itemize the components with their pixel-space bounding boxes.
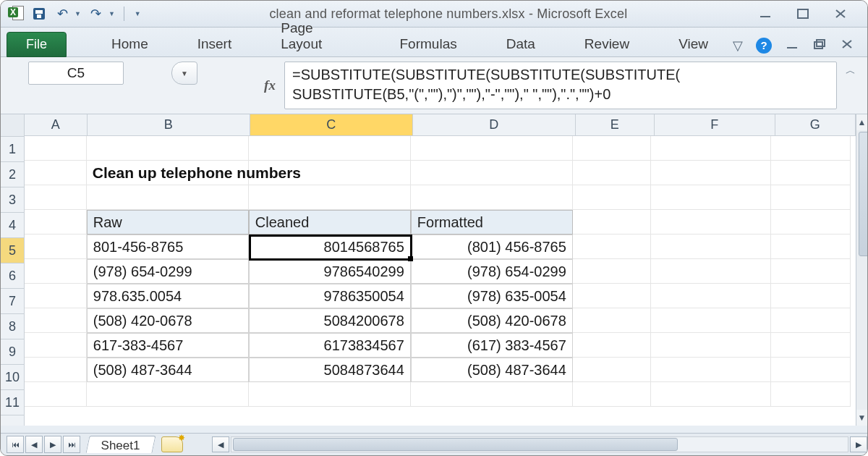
scroll-up-button[interactable]: ▲ [856, 114, 867, 130]
col-header[interactable]: E [576, 114, 655, 136]
workbook-close-button[interactable] [840, 38, 854, 54]
cell-formatted[interactable]: (617) 383-4567 [411, 333, 573, 358]
hscroll-thumb[interactable] [233, 438, 678, 451]
cell-cleaned[interactable]: 9786350054 [249, 284, 411, 308]
row-header[interactable]: 3 [1, 187, 24, 213]
scroll-down-button[interactable]: ▼ [856, 410, 867, 426]
sheet-nav-last[interactable]: ⏭ [63, 436, 80, 453]
sheet-nav-prev[interactable]: ◀ [25, 436, 43, 453]
help-button[interactable]: ? [756, 38, 772, 54]
redo-icon: ↷ [90, 7, 101, 20]
qat-separator [124, 7, 124, 21]
ribbon: File Home Insert Page Layout Formulas Da… [1, 28, 867, 57]
file-tab[interactable]: File [7, 32, 67, 57]
row-header[interactable]: 10 [1, 365, 24, 390]
row-header[interactable]: 1 [1, 137, 24, 162]
row-header[interactable]: 9 [1, 339, 24, 365]
col-header[interactable]: A [25, 114, 88, 136]
table-header-cleaned[interactable]: Cleaned [249, 210, 411, 235]
vertical-scrollbar[interactable]: ▲ ▼ [856, 114, 867, 426]
save-icon [33, 8, 45, 20]
name-box[interactable]: C5 [28, 62, 124, 85]
workbook-minimize-button[interactable] [785, 38, 799, 54]
sheet-nav-first[interactable]: ⏮ [7, 436, 24, 453]
formula-text: =SUBSTITUTE(SUBSTITUTE(SUBSTITUTE(SUBSTI… [292, 67, 680, 102]
cell-raw[interactable]: 617-383-4567 [87, 333, 249, 358]
sheet-tab-label: Sheet1 [101, 439, 140, 453]
window-title: clean and reformat telephone numbers.xls… [141, 7, 756, 22]
qat-customize-dropdown[interactable]: ▼ [135, 10, 141, 17]
cell-formatted[interactable]: (978) 635-0054 [411, 284, 573, 308]
col-header[interactable]: D [413, 114, 576, 136]
title-bar: X ↶▼ ↷▼ ▼ clean and reformat telephone n… [1, 1, 867, 28]
sheet-title[interactable]: Clean up telephone numbers [87, 161, 249, 185]
row-header[interactable]: 7 [1, 289, 24, 314]
col-header[interactable]: C [250, 114, 413, 136]
cell-raw[interactable]: 978.635.0054 [87, 284, 249, 308]
undo-dropdown[interactable]: ▼ [75, 10, 81, 17]
tab-data[interactable]: Data [496, 32, 545, 56]
svg-rect-6 [814, 42, 822, 48]
redo-dropdown[interactable]: ▼ [109, 10, 115, 17]
undo-button[interactable]: ↶ [54, 6, 70, 22]
cell-formatted[interactable]: (801) 456-8765 [411, 235, 573, 259]
redo-button[interactable]: ↷ [88, 6, 104, 22]
minimize-button[interactable] [756, 7, 775, 21]
close-button[interactable] [831, 7, 850, 21]
cell-cleaned[interactable]: 5084873644 [249, 358, 411, 382]
cells-area[interactable]: Clean up telephone numbers Raw Cleaned F… [25, 136, 856, 407]
formula-bar-expand[interactable]: ︿ [841, 62, 860, 109]
row-header[interactable]: 6 [1, 263, 24, 289]
tab-page-layout[interactable]: Page Layout [271, 16, 360, 56]
tab-review[interactable]: Review [574, 32, 639, 56]
row-header[interactable]: 11 [1, 390, 24, 415]
col-header[interactable]: F [655, 114, 775, 136]
cell-raw[interactable]: (978) 654-0299 [87, 259, 249, 284]
sheet-tab-sheet1[interactable]: Sheet1 [85, 436, 156, 453]
row-header[interactable]: 2 [1, 162, 24, 187]
row-header[interactable]: 4 [1, 213, 24, 238]
cell-formatted[interactable]: (508) 420-0678 [411, 308, 573, 333]
maximize-button[interactable] [793, 7, 812, 21]
app-window: X ↶▼ ↷▼ ▼ clean and reformat telephone n… [0, 0, 868, 456]
worksheet-grid[interactable]: 1 2 3 4 5 6 7 8 9 10 11 A B C D E F G [1, 114, 867, 426]
select-all-corner[interactable] [1, 114, 24, 137]
cell-raw[interactable]: (508) 420-0678 [87, 308, 249, 333]
tab-home[interactable]: Home [101, 32, 158, 56]
fx-label[interactable]: fx [255, 62, 284, 109]
save-button[interactable] [31, 6, 47, 22]
new-sheet-button[interactable] [161, 436, 183, 452]
cell-cleaned[interactable]: 8014568765 [249, 235, 411, 259]
svg-rect-5 [817, 40, 825, 46]
tab-insert[interactable]: Insert [187, 32, 242, 56]
col-header[interactable]: G [775, 114, 856, 136]
scroll-left-button[interactable]: ◀ [212, 436, 229, 452]
cell-formatted[interactable]: (508) 487-3644 [411, 358, 573, 382]
col-header[interactable]: B [88, 114, 250, 136]
row-header[interactable]: 5 [1, 238, 24, 263]
row-header[interactable]: 8 [1, 314, 24, 339]
table-header-formatted[interactable]: Formatted [411, 210, 573, 235]
vscroll-thumb[interactable] [859, 132, 868, 256]
tab-view[interactable]: View [668, 32, 718, 56]
undo-icon: ↶ [57, 7, 68, 20]
cell-cleaned[interactable]: 9786540299 [249, 259, 411, 284]
ribbon-minimize-icon[interactable]: ▽ [733, 38, 743, 54]
window-controls [756, 7, 867, 21]
status-strip: ⏮ ◀ ▶ ⏭ Sheet1 ◀ ▶ [1, 433, 867, 455]
horizontal-scrollbar[interactable]: ◀ ▶ [205, 434, 867, 455]
cell-raw[interactable]: (508) 487-3644 [87, 358, 249, 382]
workbook-restore-button[interactable] [812, 38, 827, 54]
name-box-dropdown[interactable]: ▼ [171, 62, 197, 85]
cell-formatted[interactable]: (978) 654-0299 [411, 259, 573, 284]
cell-raw[interactable]: 801-456-8765 [87, 235, 249, 259]
table-header-raw[interactable]: Raw [87, 210, 249, 235]
sheet-nav-next[interactable]: ▶ [44, 436, 61, 453]
column-headers: A B C D E F G [25, 114, 856, 136]
cell-cleaned[interactable]: 5084200678 [249, 308, 411, 333]
cell-cleaned[interactable]: 6173834567 [249, 333, 411, 358]
scroll-right-button[interactable]: ▶ [850, 436, 867, 452]
formula-bar[interactable]: =SUBSTITUTE(SUBSTITUTE(SUBSTITUTE(SUBSTI… [284, 62, 837, 109]
tab-formulas[interactable]: Formulas [390, 32, 467, 56]
hscroll-track[interactable] [231, 436, 848, 452]
